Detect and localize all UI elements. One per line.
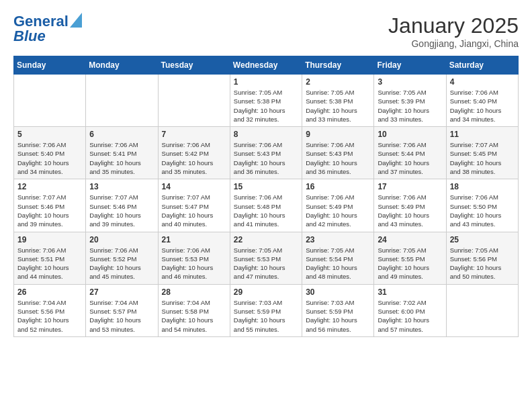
table-row: 12Sunrise: 7:07 AM Sunset: 5:46 PM Dayli…: [14, 179, 86, 232]
day-info: Sunrise: 7:02 AM Sunset: 6:00 PM Dayligh…: [378, 298, 442, 334]
table-row: [446, 284, 518, 336]
day-number: 25: [450, 235, 515, 244]
table-row: 2Sunrise: 7:05 AM Sunset: 5:38 PM Daylig…: [302, 75, 374, 127]
table-row: 8Sunrise: 7:06 AM Sunset: 5:43 PM Daylig…: [230, 127, 302, 179]
month-title: January 2025: [388, 13, 519, 38]
table-row: [14, 75, 86, 127]
day-number: 9: [306, 130, 370, 139]
day-number: 28: [162, 287, 226, 297]
table-row: 25Sunrise: 7:05 AM Sunset: 5:56 PM Dayli…: [446, 232, 518, 284]
day-number: 21: [162, 235, 226, 244]
table-row: 24Sunrise: 7:05 AM Sunset: 5:55 PM Dayli…: [374, 232, 446, 284]
day-info: Sunrise: 7:06 AM Sunset: 5:43 PM Dayligh…: [234, 140, 298, 176]
table-row: 14Sunrise: 7:07 AM Sunset: 5:47 PM Dayli…: [158, 179, 230, 232]
table-row: 28Sunrise: 7:04 AM Sunset: 5:58 PM Dayli…: [158, 284, 230, 336]
day-number: 22: [234, 235, 298, 244]
day-number: 3: [378, 77, 442, 87]
calendar-table: Sunday Monday Tuesday Wednesday Thursday…: [13, 56, 519, 337]
day-number: 11: [450, 130, 515, 139]
day-info: Sunrise: 7:06 AM Sunset: 5:53 PM Dayligh…: [162, 246, 226, 281]
day-info: Sunrise: 7:05 AM Sunset: 5:55 PM Dayligh…: [378, 246, 442, 281]
day-info: Sunrise: 7:06 AM Sunset: 5:40 PM Dayligh…: [17, 140, 82, 176]
location-subtitle: Gongjiang, Jiangxi, China: [388, 38, 519, 49]
day-info: Sunrise: 7:03 AM Sunset: 5:59 PM Dayligh…: [234, 298, 298, 334]
day-info: Sunrise: 7:05 AM Sunset: 5:38 PM Dayligh…: [234, 88, 298, 124]
day-number: 18: [450, 182, 515, 191]
table-row: 15Sunrise: 7:06 AM Sunset: 5:48 PM Dayli…: [230, 179, 302, 232]
table-row: 1Sunrise: 7:05 AM Sunset: 5:38 PM Daylig…: [230, 75, 302, 127]
day-number: 29: [234, 287, 298, 297]
day-number: 31: [378, 287, 442, 297]
day-number: 2: [306, 77, 370, 87]
table-row: 6Sunrise: 7:06 AM Sunset: 5:41 PM Daylig…: [86, 127, 158, 179]
day-info: Sunrise: 7:06 AM Sunset: 5:49 PM Dayligh…: [378, 193, 442, 228]
svg-marker-0: [70, 13, 82, 28]
table-row: 9Sunrise: 7:06 AM Sunset: 5:43 PM Daylig…: [302, 127, 374, 179]
day-info: Sunrise: 7:06 AM Sunset: 5:42 PM Dayligh…: [162, 140, 226, 176]
logo-text-line2: Blue: [13, 28, 46, 44]
table-row: 21Sunrise: 7:06 AM Sunset: 5:53 PM Dayli…: [158, 232, 230, 284]
table-row: 13Sunrise: 7:07 AM Sunset: 5:46 PM Dayli…: [86, 179, 158, 232]
calendar-week-1: 1Sunrise: 7:05 AM Sunset: 5:38 PM Daylig…: [14, 75, 519, 127]
day-info: Sunrise: 7:06 AM Sunset: 5:48 PM Dayligh…: [234, 193, 298, 228]
table-row: 16Sunrise: 7:06 AM Sunset: 5:49 PM Dayli…: [302, 179, 374, 232]
day-info: Sunrise: 7:04 AM Sunset: 5:58 PM Dayligh…: [162, 298, 226, 334]
day-info: Sunrise: 7:06 AM Sunset: 5:44 PM Dayligh…: [378, 140, 442, 176]
day-number: 4: [450, 77, 515, 87]
header-saturday: Saturday: [446, 56, 518, 75]
day-number: 12: [17, 182, 82, 191]
day-number: 8: [234, 130, 298, 139]
table-row: 19Sunrise: 7:06 AM Sunset: 5:51 PM Dayli…: [14, 232, 86, 284]
table-row: 7Sunrise: 7:06 AM Sunset: 5:42 PM Daylig…: [158, 127, 230, 179]
table-row: 31Sunrise: 7:02 AM Sunset: 6:00 PM Dayli…: [374, 284, 446, 336]
day-number: 30: [306, 287, 370, 297]
header-thursday: Thursday: [302, 56, 374, 75]
day-info: Sunrise: 7:05 AM Sunset: 5:39 PM Dayligh…: [378, 88, 442, 124]
day-info: Sunrise: 7:06 AM Sunset: 5:51 PM Dayligh…: [17, 246, 82, 281]
header-tuesday: Tuesday: [158, 56, 230, 75]
table-row: 5Sunrise: 7:06 AM Sunset: 5:40 PM Daylig…: [14, 127, 86, 179]
table-row: 18Sunrise: 7:06 AM Sunset: 5:50 PM Dayli…: [446, 179, 518, 232]
day-info: Sunrise: 7:04 AM Sunset: 5:57 PM Dayligh…: [89, 298, 154, 334]
table-row: 10Sunrise: 7:06 AM Sunset: 5:44 PM Dayli…: [374, 127, 446, 179]
day-number: 16: [306, 182, 370, 191]
calendar-week-4: 19Sunrise: 7:06 AM Sunset: 5:51 PM Dayli…: [14, 232, 519, 284]
page-header: General Blue January 2025 Gongjiang, Jia…: [13, 13, 519, 49]
table-row: 17Sunrise: 7:06 AM Sunset: 5:49 PM Dayli…: [374, 179, 446, 232]
table-row: 26Sunrise: 7:04 AM Sunset: 5:56 PM Dayli…: [14, 284, 86, 336]
table-row: 4Sunrise: 7:06 AM Sunset: 5:40 PM Daylig…: [446, 75, 518, 127]
day-number: 7: [162, 130, 226, 139]
day-info: Sunrise: 7:06 AM Sunset: 5:49 PM Dayligh…: [306, 193, 370, 228]
day-number: 17: [378, 182, 442, 191]
calendar-week-5: 26Sunrise: 7:04 AM Sunset: 5:56 PM Dayli…: [14, 284, 519, 336]
calendar-header-row: Sunday Monday Tuesday Wednesday Thursday…: [14, 56, 519, 75]
day-number: 19: [17, 235, 82, 244]
day-info: Sunrise: 7:05 AM Sunset: 5:54 PM Dayligh…: [306, 246, 370, 281]
day-number: 14: [162, 182, 226, 191]
table-row: 20Sunrise: 7:06 AM Sunset: 5:52 PM Dayli…: [86, 232, 158, 284]
day-info: Sunrise: 7:07 AM Sunset: 5:46 PM Dayligh…: [89, 193, 154, 228]
day-info: Sunrise: 7:06 AM Sunset: 5:50 PM Dayligh…: [450, 193, 515, 228]
day-info: Sunrise: 7:06 AM Sunset: 5:52 PM Dayligh…: [89, 246, 154, 281]
logo-icon: [70, 13, 82, 28]
header-sunday: Sunday: [14, 56, 86, 75]
table-row: 29Sunrise: 7:03 AM Sunset: 5:59 PM Dayli…: [230, 284, 302, 336]
day-info: Sunrise: 7:06 AM Sunset: 5:41 PM Dayligh…: [89, 140, 154, 176]
logo: General Blue: [13, 13, 82, 44]
day-number: 23: [306, 235, 370, 244]
table-row: [86, 75, 158, 127]
day-number: 15: [234, 182, 298, 191]
table-row: 30Sunrise: 7:03 AM Sunset: 5:59 PM Dayli…: [302, 284, 374, 336]
day-info: Sunrise: 7:04 AM Sunset: 5:56 PM Dayligh…: [17, 298, 82, 334]
calendar-week-2: 5Sunrise: 7:06 AM Sunset: 5:40 PM Daylig…: [14, 127, 519, 179]
header-monday: Monday: [86, 56, 158, 75]
header-friday: Friday: [374, 56, 446, 75]
table-row: 11Sunrise: 7:07 AM Sunset: 5:45 PM Dayli…: [446, 127, 518, 179]
day-info: Sunrise: 7:06 AM Sunset: 5:40 PM Dayligh…: [450, 88, 515, 124]
day-info: Sunrise: 7:07 AM Sunset: 5:46 PM Dayligh…: [17, 193, 82, 228]
day-number: 1: [234, 77, 298, 87]
day-info: Sunrise: 7:03 AM Sunset: 5:59 PM Dayligh…: [306, 298, 370, 334]
calendar-week-3: 12Sunrise: 7:07 AM Sunset: 5:46 PM Dayli…: [14, 179, 519, 232]
table-row: [158, 75, 230, 127]
day-info: Sunrise: 7:07 AM Sunset: 5:47 PM Dayligh…: [162, 193, 226, 228]
